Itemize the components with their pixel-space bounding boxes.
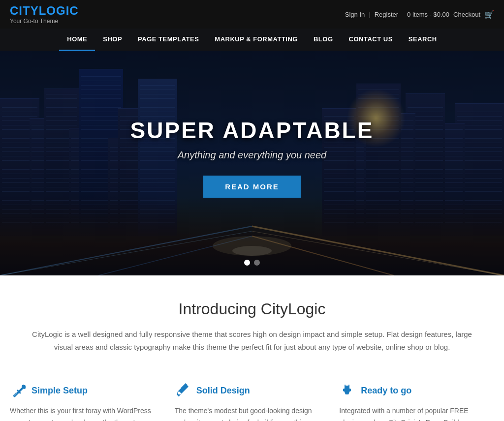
intro-title: Introducing CityLogic bbox=[10, 300, 494, 318]
logo: CITYLOGIC Your Go-to Theme bbox=[10, 4, 79, 25]
hero-subtitle: Anything and everything you need bbox=[178, 150, 326, 161]
svg-rect-10 bbox=[348, 385, 349, 387]
signin-link[interactable]: Sign In bbox=[345, 11, 365, 18]
wrench-icon bbox=[10, 383, 26, 398]
nav-shop[interactable]: SHOP bbox=[95, 29, 130, 51]
slider-dot-1[interactable] bbox=[244, 260, 250, 266]
feature-text-solid-design: The theme's modest but good-looking desi… bbox=[175, 405, 320, 421]
hero-read-more-button[interactable]: READ MORE bbox=[203, 176, 301, 198]
nav-home[interactable]: HOME bbox=[59, 29, 95, 51]
intro-text: CityLogic is a well designed and fully r… bbox=[31, 328, 473, 353]
logo-text: CITYLOGIC bbox=[10, 4, 79, 18]
nav-markup[interactable]: MARKUP & FORMATTING bbox=[207, 29, 306, 51]
slider-dots bbox=[244, 260, 260, 266]
feature-title-solid-design: Solid Design bbox=[196, 386, 250, 396]
topbar: Sign In | Register 0 items - $0.00 Check… bbox=[345, 10, 494, 19]
topbar-divider: | bbox=[369, 11, 370, 18]
nav-blog[interactable]: BLOG bbox=[306, 29, 341, 51]
feature-text-simple-setup: Whether this is your first foray with Wo… bbox=[10, 405, 155, 421]
hero-title: SUPER ADAPTABLE bbox=[130, 117, 374, 144]
plug-icon bbox=[339, 383, 355, 398]
cart-items: 0 items - $0.00 bbox=[407, 11, 449, 18]
main-nav: HOME SHOP PAGE TEMPLATES MARKUP & FORMAT… bbox=[0, 29, 504, 51]
slider-dot-2[interactable] bbox=[254, 260, 260, 266]
nav-contact[interactable]: CONTACT US bbox=[341, 29, 401, 51]
cart-icon: 🛒 bbox=[484, 10, 494, 19]
pencil-icon bbox=[175, 383, 190, 398]
intro-section: Introducing CityLogic CityLogic is a wel… bbox=[0, 275, 504, 368]
nav-page-templates[interactable]: PAGE TEMPLATES bbox=[130, 29, 207, 51]
feature-simple-setup: Simple Setup Whether this is your first … bbox=[10, 383, 165, 421]
feature-solid-design: Solid Design The theme's modest but good… bbox=[165, 383, 330, 421]
nav-search[interactable]: SEARCH bbox=[401, 29, 445, 51]
svg-point-8 bbox=[178, 394, 180, 396]
feature-text-ready-to-go: Integrated with a number of popular FREE… bbox=[339, 405, 484, 421]
register-link[interactable]: Register bbox=[375, 11, 398, 18]
feature-title-ready-to-go: Ready to go bbox=[361, 386, 411, 396]
svg-rect-9 bbox=[345, 385, 346, 387]
logo-tagline: Your Go-to Theme bbox=[10, 18, 79, 25]
checkout-link[interactable]: Checkout bbox=[453, 11, 480, 18]
feature-ready-to-go: Ready to go Integrated with a number of … bbox=[329, 383, 494, 421]
feature-title-simple-setup: Simple Setup bbox=[32, 386, 88, 396]
features-section: Simple Setup Whether this is your first … bbox=[0, 368, 504, 421]
